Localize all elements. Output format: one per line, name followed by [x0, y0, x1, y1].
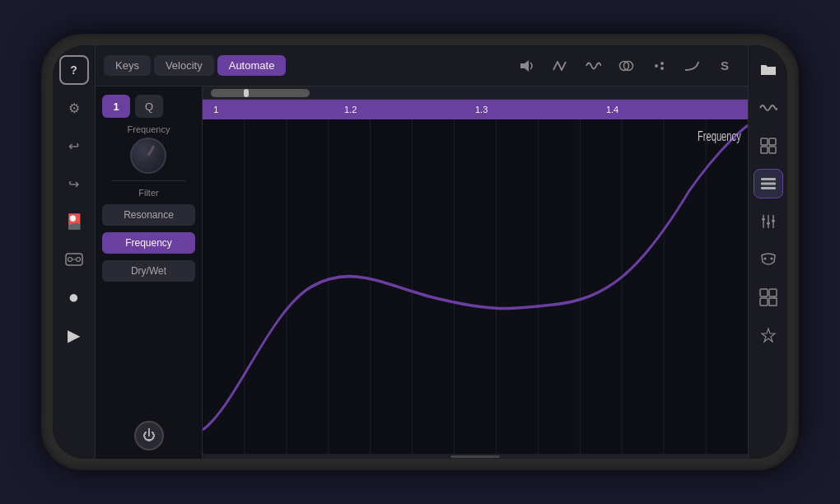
controls-row-top: 1 Q — [102, 95, 195, 118]
svg-rect-22 — [761, 138, 768, 145]
scroll-indicator — [203, 454, 748, 459]
controls-panel: 1 Q Frequency Filter Resonance Frequency… — [96, 86, 203, 459]
svg-rect-24 — [761, 147, 768, 153]
frequency-button[interactable]: Frequency — [102, 232, 195, 254]
cards-icon[interactable]: 🎴 — [59, 207, 89, 236]
canvas-area: 1 1.2 1.3 1.4 — [203, 86, 748, 459]
undo-icon[interactable]: ↩ — [59, 131, 89, 161]
svg-marker-3 — [520, 60, 529, 72]
svg-point-6 — [655, 64, 658, 68]
svg-rect-37 — [760, 289, 768, 296]
timeline-scrollbar[interactable] — [203, 86, 748, 100]
grid-icon[interactable] — [754, 131, 783, 161]
svg-point-35 — [763, 258, 766, 260]
mask-icon[interactable] — [754, 245, 783, 274]
tape-icon[interactable] — [59, 245, 89, 274]
left-sidebar: ? ⚙ ↩ ↪ 🎴 ● ▶ — [53, 45, 96, 459]
tab-keys[interactable]: Keys — [104, 55, 151, 76]
scroll-pip — [450, 455, 500, 458]
graph-grid-svg: Frequency — [203, 119, 748, 454]
redo-icon[interactable]: ↪ — [59, 169, 89, 198]
star-icon[interactable] — [754, 320, 783, 350]
tab-bar: Keys Velocity Automate — [96, 45, 748, 86]
svg-rect-38 — [769, 289, 777, 296]
volume-icon[interactable] — [512, 53, 542, 79]
ruler-mark-12: 1.2 — [344, 105, 357, 114]
svg-rect-34 — [772, 220, 775, 222]
svg-point-7 — [660, 62, 664, 65]
mixer-icon[interactable] — [754, 207, 783, 236]
ruler-mark-13: 1.3 — [475, 105, 488, 114]
timeline-ruler: 1 1.2 1.3 1.4 — [203, 100, 748, 119]
svg-rect-25 — [769, 147, 776, 153]
ruler-mark-1: 1 — [213, 105, 218, 114]
automation-graph[interactable]: Frequency — [203, 119, 748, 454]
main-content: Keys Velocity Automate — [96, 45, 748, 459]
curve-icon[interactable] — [677, 53, 707, 79]
s-icon[interactable]: S — [710, 53, 740, 79]
svg-point-1 — [68, 258, 72, 262]
play-icon[interactable]: ▶ — [59, 320, 89, 350]
filter-label: Filter — [102, 188, 195, 198]
tab-velocity[interactable]: Velocity — [154, 55, 214, 76]
phone-device: ? ⚙ ↩ ↪ 🎴 ● ▶ Keys Velocity Auto — [41, 34, 799, 470]
svg-point-2 — [76, 258, 80, 262]
svg-rect-33 — [767, 222, 770, 225]
svg-rect-23 — [769, 138, 776, 145]
help-icon[interactable]: ? — [59, 55, 89, 85]
frequency-knob-container: Frequency — [128, 124, 170, 174]
workspace: 1 Q Frequency Filter Resonance Frequency… — [96, 86, 748, 459]
phone-screen: ? ⚙ ↩ ↪ 🎴 ● ▶ Keys Velocity Auto — [53, 45, 787, 459]
gear-icon[interactable]: ⚙ — [59, 93, 89, 123]
right-sidebar — [748, 45, 787, 459]
circle-icon[interactable]: ● — [59, 282, 89, 312]
tab-automate[interactable]: Automate — [217, 55, 287, 76]
svg-rect-32 — [762, 218, 765, 221]
q-button[interactable]: Q — [135, 95, 163, 118]
drywet-button[interactable]: Dry/Wet — [102, 260, 195, 282]
divider — [111, 180, 185, 181]
svg-point-8 — [660, 67, 664, 70]
num-1-button[interactable]: 1 — [102, 95, 130, 118]
settings-dots-icon[interactable] — [644, 53, 674, 79]
puzzle-icon[interactable] — [754, 282, 783, 312]
ring-mod-icon[interactable] — [611, 53, 641, 79]
frequency-knob[interactable] — [130, 138, 166, 174]
svg-rect-26 — [761, 178, 776, 180]
svg-point-36 — [770, 258, 772, 260]
list-view-icon[interactable] — [754, 169, 783, 198]
svg-rect-28 — [761, 187, 776, 189]
ruler-mark-14: 1.4 — [606, 105, 618, 114]
power-button[interactable]: ⏻ — [134, 421, 164, 450]
scrollbar-thumb[interactable] — [211, 89, 310, 97]
frequency-label: Frequency — [128, 124, 170, 134]
svg-rect-27 — [761, 183, 776, 185]
resonance-button[interactable]: Resonance — [102, 204, 195, 226]
svg-text:Frequency: Frequency — [698, 129, 741, 143]
peak-icon[interactable] — [545, 53, 575, 79]
wave-icon[interactable] — [578, 53, 608, 79]
folder-icon[interactable] — [754, 55, 783, 85]
wavy-icon[interactable] — [754, 93, 783, 123]
svg-rect-39 — [760, 298, 768, 306]
